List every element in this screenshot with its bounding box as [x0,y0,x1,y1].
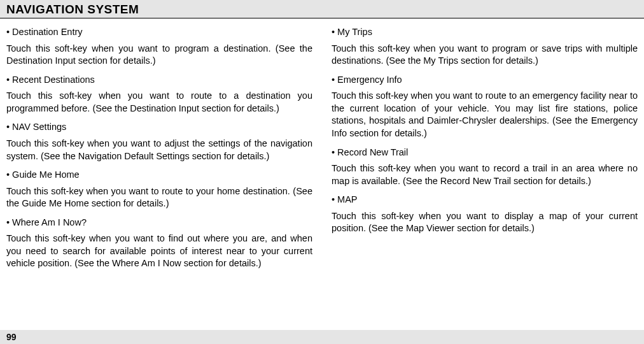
entry-body: Touch this soft-key when you want to fin… [6,233,312,270]
entry-title: • Recent Destinations [6,74,312,87]
entry-title: • NAV Settings [6,121,312,134]
entry-title: • Record New Trail [332,147,638,159]
entry-title: • MAP [332,194,638,206]
entry-body: Touch this soft-key when you want to pro… [6,43,312,68]
entry-title: • Destination Entry [6,26,312,39]
entry-body: Touch this soft-key when you want to rec… [332,162,638,187]
header-bar: NAVIGATION SYSTEM [0,0,644,18]
page-number: 99 [6,332,17,342]
entry-title: • Emergency Info [332,74,638,87]
page-title: NAVIGATION SYSTEM [6,3,638,17]
page-number-bar: 99 [0,330,644,344]
entry-title: • My Trips [332,26,638,39]
entry-body: Touch this soft-key when you want to rou… [6,185,312,210]
entry-title: • Where Am I Now? [6,217,312,229]
left-column: • Destination Entry Touch this soft-key … [6,26,312,276]
entry-title: • Guide Me Home [6,169,312,182]
entry-body: Touch this soft-key when you want to rou… [332,90,638,140]
entry-body: Touch this soft-key when you want to dis… [332,210,638,235]
entry-body: Touch this soft-key when you want to adj… [6,138,312,162]
entry-body: Touch this soft-key when you want to pro… [332,43,638,68]
right-column: • My Trips Touch this soft-key when you … [332,26,638,276]
content-area: • Destination Entry Touch this soft-key … [0,18,644,276]
entry-body: Touch this soft-key when you want to rou… [6,90,312,115]
